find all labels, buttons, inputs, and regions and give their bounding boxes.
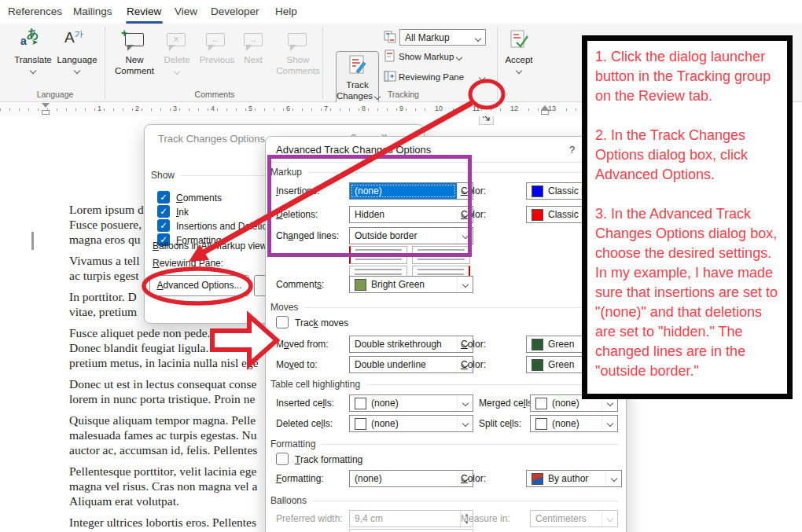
- horizontal-ruler[interactable]: 1 2 3 4 5 6 7 8 9 10 11 12 13: [0, 102, 582, 116]
- reviewing-pane-button[interactable]: Reviewing Pane: [399, 72, 464, 82]
- chevron-down-icon: [474, 35, 480, 41]
- text-cursor: [31, 232, 34, 250]
- language-button[interactable]: Language: [50, 55, 104, 64]
- tab-view[interactable]: View: [175, 0, 197, 24]
- ruler-number: 8: [360, 105, 367, 112]
- new-comment-button-line2[interactable]: Comment: [110, 66, 159, 75]
- insertions-deletions-checkbox-label: Insertions and Deletion: [176, 221, 273, 232]
- track-changes-icon: [348, 55, 367, 77]
- chevron-down-icon: [462, 281, 468, 288]
- all-markup-icon: [384, 31, 396, 43]
- note-step-2: 2. In the Track Changes Options dialog b…: [595, 126, 781, 185]
- moved-from-value: Double strikethrough: [350, 336, 457, 352]
- track-formatting-checkbox[interactable]: [276, 453, 289, 465]
- advanced-options-button[interactable]: Advanced Options...: [149, 275, 249, 296]
- help-button[interactable]: ?: [569, 144, 575, 156]
- doc-line: lorem in nunc porta tristique. Proin ne: [69, 392, 255, 406]
- reviewing-pane-icon: [384, 71, 396, 82]
- color-swatch: [535, 398, 547, 409]
- translate-icon: あ a ➤: [20, 30, 47, 53]
- chevron-down-icon: [610, 475, 616, 482]
- insertions-deletions-checkbox[interactable]: ✓: [157, 219, 170, 232]
- show-comments-button: Show: [280, 55, 316, 64]
- tab-references[interactable]: References: [8, 0, 62, 24]
- deleted-cells-label: Deleted cells:: [276, 418, 333, 429]
- preferred-width-stepper[interactable]: 9,4 cm ▲▼: [349, 510, 473, 527]
- chevron-down-icon: [516, 68, 522, 74]
- color-swatch: [535, 418, 547, 430]
- moves-section-header: Moves: [270, 302, 618, 313]
- accept-button[interactable]: Accept: [498, 55, 539, 64]
- doc-line: Pellentesque porttitor, velit lacinia eg…: [69, 464, 256, 479]
- deleted-cells-dropdown[interactable]: (none): [349, 415, 473, 432]
- doc-line: Vivamus a tell: [69, 254, 139, 268]
- track-moves-checkbox[interactable]: [276, 316, 289, 328]
- comments-color-label: Comments:: [276, 279, 324, 290]
- moved-from-dropdown[interactable]: Double strikethrough: [349, 336, 473, 353]
- doc-line: malesuada fames ac turpis egestas. Nu: [69, 428, 256, 442]
- color-swatch: [532, 185, 543, 197]
- doc-line: magna vel risus. Cras non magna vel a: [69, 479, 257, 493]
- formatting-color-label: Color:: [461, 473, 486, 484]
- track-moves-label: Track moves: [295, 317, 348, 328]
- comments-group-label: Comments: [183, 90, 246, 99]
- tab-help[interactable]: Help: [275, 0, 297, 24]
- comments-checkbox[interactable]: ✓: [157, 191, 170, 204]
- show-markup-button[interactable]: Show Markup: [399, 52, 462, 61]
- balloons-section-header: Balloons: [270, 495, 618, 506]
- doc-line: Donec ut est in lectus consequat conse: [69, 377, 256, 391]
- moved-from-color-label: Color:: [461, 339, 486, 350]
- preferred-width-label: Preferred width:: [276, 513, 343, 524]
- color-swatch: [532, 359, 543, 371]
- left-indent-marker[interactable]: [42, 110, 50, 115]
- doc-line: magna eros qu: [69, 233, 140, 247]
- dialog-title: Track Changes Options: [158, 133, 265, 145]
- first-line-indent-marker[interactable]: [42, 103, 50, 108]
- ruler-number: 1: [96, 105, 103, 112]
- show-comments-button-line2: Comments: [273, 66, 323, 75]
- ink-checkbox[interactable]: ✓: [157, 205, 170, 218]
- doc-line: Integer ultrices lobortis eros. Pellente…: [69, 515, 256, 530]
- bottom-clipped-field[interactable]: [349, 529, 473, 532]
- new-comment-button[interactable]: New: [116, 55, 153, 64]
- split-cells-label: Split cells:: [479, 418, 521, 429]
- moved-to-color-label: Color:: [461, 359, 486, 370]
- doc-line: pretium metus, in lacinia nulla nisl ege: [69, 356, 259, 370]
- ruler-number: 3: [171, 105, 178, 112]
- ruler-number: 9: [398, 105, 405, 112]
- doc-line: Fusce posuere,: [69, 218, 142, 232]
- display-for-review-dropdown[interactable]: All Markup: [399, 29, 486, 46]
- color-swatch: [532, 209, 543, 221]
- instruction-note-box: 1. Click the dialog launcher button in t…: [582, 35, 793, 399]
- track-changes-label: Track: [337, 80, 378, 90]
- doc-line: In porttitor. D: [69, 290, 137, 304]
- track-changes-button[interactable]: Track Changes: [336, 51, 379, 109]
- track-formatting-label: Track formatting: [295, 454, 362, 465]
- moved-to-dropdown[interactable]: Double underline: [349, 356, 473, 373]
- reviewing-pane-label: Reviewing Pane:: [153, 258, 223, 269]
- inserted-cells-dropdown[interactable]: (none): [349, 394, 473, 412]
- formatting-dropdown[interactable]: (none): [349, 470, 473, 487]
- chevron-down-icon: [606, 400, 613, 406]
- doc-line: Fusce aliquet pede non pede. Suspendi: [69, 326, 258, 340]
- moved-to-label: Moved to:: [276, 359, 318, 370]
- chevron-down-icon: [74, 68, 80, 74]
- chevron-down-icon: [606, 515, 613, 522]
- measure-in-value: Centimeters: [531, 511, 602, 526]
- accept-icon: [510, 30, 528, 50]
- tab-developer[interactable]: Developer: [211, 0, 259, 24]
- split-cells-dropdown[interactable]: (none): [530, 415, 618, 432]
- tab-mailings[interactable]: Mailings: [73, 0, 112, 24]
- ruler-number: 4: [209, 105, 216, 112]
- preferred-width-value: 9,4 cm: [350, 511, 460, 526]
- ruler-number: 2: [134, 105, 141, 112]
- doc-line: auctor ac, accumsan id, felis. Pellentes: [69, 443, 257, 457]
- chevron-down-icon: [479, 75, 485, 81]
- formatting-color-dropdown[interactable]: By author: [526, 470, 622, 487]
- chevron-down-icon: [462, 400, 468, 406]
- doc-line: Lorem ipsum d: [69, 203, 144, 217]
- comments-color-dropdown[interactable]: Bright Green: [349, 276, 473, 293]
- group-separator: [105, 27, 105, 99]
- tab-review[interactable]: Review: [127, 0, 161, 24]
- measure-in-dropdown[interactable]: Centimeters: [530, 510, 618, 527]
